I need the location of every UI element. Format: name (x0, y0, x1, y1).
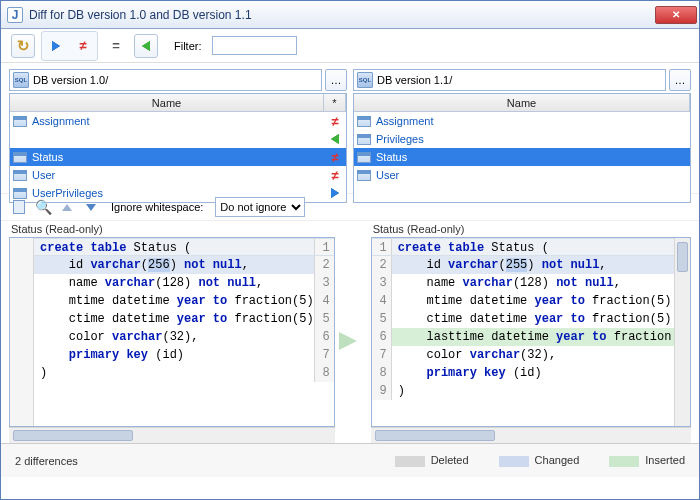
find-button[interactable]: 🔍 (35, 199, 51, 215)
table-icon (13, 152, 27, 163)
code-line[interactable]: 3 name varchar(128) not null, (372, 274, 674, 292)
scrollbar-thumb[interactable] (375, 430, 495, 441)
code-line[interactable]: name varchar(128) not null,3 (34, 274, 334, 292)
col-name[interactable]: Name (10, 94, 324, 111)
code-line[interactable]: 5 ctime datetime year to fraction(5) (372, 310, 674, 328)
line-number: 1 (372, 239, 392, 255)
line-number: 3 (372, 274, 392, 292)
line-number: 5 (314, 310, 334, 328)
left-code-col: Status (Read-only) create table Status (… (9, 221, 335, 443)
insert-wedge-icon (339, 332, 357, 350)
right-grid-header: Name (354, 94, 690, 112)
code-line[interactable]: 9) (372, 382, 674, 400)
close-button[interactable]: ✕ (655, 6, 697, 24)
line-number: 8 (314, 364, 334, 382)
left-browse-button[interactable]: … (325, 69, 347, 91)
left-code-label: Status (Read-only) (9, 221, 335, 237)
diff-filter-group: ≠ (41, 31, 98, 61)
table-row[interactable]: User≠ (10, 166, 346, 184)
line-number: 9 (372, 382, 392, 400)
code-line[interactable]: create table Status (1 (34, 238, 334, 256)
code-line[interactable]: 7 color varchar(32), (372, 346, 674, 364)
left-grid-header: Name * (10, 94, 346, 112)
right-grid: Name AssignmentPrivilegesStatusUser (353, 93, 691, 203)
right-browse-button[interactable]: … (669, 69, 691, 91)
prev-change-button[interactable] (59, 199, 75, 215)
legend-deleted: Deleted (395, 454, 469, 467)
code-line[interactable]: 4 mtime datetime year to fraction(5) (372, 292, 674, 310)
right-path-box[interactable]: SQL DB version 1.1/ (353, 69, 666, 91)
next-diff-button[interactable] (44, 34, 68, 58)
table-icon (357, 152, 371, 163)
table-row[interactable]: Assignment (354, 112, 690, 130)
table-row[interactable]: Status (354, 148, 690, 166)
titlebar: J Diff for DB version 1.0 and DB version… (1, 1, 699, 29)
export-button[interactable] (11, 199, 27, 215)
line-number: 6 (314, 328, 334, 346)
col-name[interactable]: Name (354, 94, 690, 111)
left-hscrollbar[interactable] (9, 427, 335, 443)
left-code-box[interactable]: create table Status (1 id varchar(256) n… (9, 237, 335, 427)
left-pane: SQL DB version 1.0/ … Name * Assignment≠… (9, 69, 347, 193)
not-equal-icon: ≠ (79, 38, 86, 53)
left-path-box[interactable]: SQL DB version 1.0/ (9, 69, 322, 91)
right-pane: SQL DB version 1.1/ … Name AssignmentPri… (353, 69, 691, 193)
next-change-button[interactable] (83, 199, 99, 215)
diff-count: 2 differences (15, 455, 78, 467)
table-row[interactable]: Privileges (354, 130, 690, 148)
line-number: 2 (372, 256, 392, 274)
code-line[interactable]: color varchar(32),6 (34, 328, 334, 346)
status-bar: 2 differences Deleted Changed Inserted (1, 443, 699, 477)
code-line[interactable]: 1create table Status ( (372, 238, 674, 256)
arrow-right-icon (52, 41, 60, 51)
arrow-down-icon (86, 204, 96, 211)
line-number: 3 (314, 274, 334, 292)
table-row[interactable] (10, 130, 346, 148)
scrollbar-thumb[interactable] (677, 242, 688, 272)
arrow-right-icon (331, 188, 339, 198)
filter-input[interactable] (212, 36, 297, 55)
code-line[interactable]: id varchar(256) not null,2 (34, 256, 334, 274)
table-row[interactable] (354, 184, 690, 202)
code-line[interactable]: 6 lasttime datetime year to fraction (372, 328, 674, 346)
not-equal-button[interactable]: ≠ (71, 34, 95, 58)
table-row[interactable]: User (354, 166, 690, 184)
code-line[interactable]: )8 (34, 364, 334, 382)
table-row[interactable]: Status≠ (10, 148, 346, 166)
refresh-button[interactable]: ↻ (11, 34, 35, 58)
line-number: 1 (314, 239, 334, 255)
arrow-left-icon (142, 41, 150, 51)
code-line[interactable]: 8 primary key (id) (372, 364, 674, 382)
not-equal-icon: ≠ (331, 168, 338, 183)
table-icon (357, 116, 371, 127)
code-line[interactable]: primary key (id)7 (34, 346, 334, 364)
search-icon: 🔍 (35, 199, 52, 215)
arrow-up-icon (62, 204, 72, 211)
line-number: 2 (314, 256, 334, 274)
window-title: Diff for DB version 1.0 and DB version 1… (29, 8, 655, 22)
prev-diff-button[interactable] (134, 34, 158, 58)
scrollbar-thumb[interactable] (13, 430, 133, 441)
left-path-text: DB version 1.0/ (33, 74, 108, 86)
line-number: 4 (372, 292, 392, 310)
ignore-ws-select[interactable]: Do not ignore (215, 197, 305, 217)
main-toolbar: ↻ ≠ = Filter: (1, 29, 699, 63)
code-line[interactable]: ctime datetime year to fraction(5)5 (34, 310, 334, 328)
table-row[interactable]: Assignment≠ (10, 112, 346, 130)
sql-icon: SQL (357, 72, 373, 88)
code-line[interactable]: mtime datetime year to fraction(5)4 (34, 292, 334, 310)
right-hscrollbar[interactable] (371, 427, 691, 443)
not-equal-icon: ≠ (331, 114, 338, 129)
code-compare: Status (Read-only) create table Status (… (1, 221, 699, 443)
table-icon (13, 188, 27, 199)
equal-button[interactable]: = (104, 34, 128, 58)
table-icon (13, 116, 27, 127)
right-code-box[interactable]: 1create table Status (2 id varchar(255) … (371, 237, 691, 427)
line-number: 7 (314, 346, 334, 364)
legend-changed: Changed (499, 454, 580, 467)
equal-icon: = (112, 38, 120, 53)
refresh-icon: ↻ (17, 37, 30, 55)
right-vscrollbar[interactable] (674, 238, 690, 426)
code-line[interactable]: 2 id varchar(255) not null, (372, 256, 674, 274)
col-state[interactable]: * (324, 94, 346, 111)
